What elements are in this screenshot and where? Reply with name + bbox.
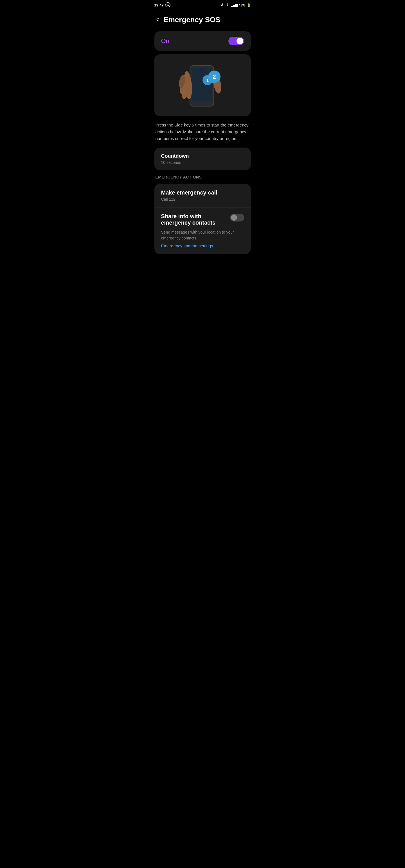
- bluetooth-icon: [220, 3, 224, 8]
- status-right: ▂▄▆ 43% 🔋: [220, 3, 251, 8]
- share-info-title: Share info with emergency contacts: [161, 213, 226, 226]
- countdown-title: Countdown: [161, 153, 244, 159]
- signal-bars: ▂▄▆: [231, 3, 238, 7]
- svg-text:2: 2: [213, 74, 216, 80]
- wifi-icon: [225, 3, 230, 8]
- share-info-item: Share info with emergency contacts Send …: [154, 207, 251, 254]
- whatsapp-icon: [165, 2, 170, 8]
- emergency-actions-label: Emergency actions: [154, 174, 251, 181]
- share-info-header: Share info with emergency contacts: [161, 213, 244, 227]
- header: < Emergency SOS: [150, 10, 255, 31]
- status-left: 19:47: [154, 2, 170, 8]
- share-info-title-block: Share info with emergency contacts: [161, 213, 226, 227]
- description-text: Press the Side key 5 times to start the …: [154, 120, 251, 144]
- time: 19:47: [154, 3, 164, 7]
- svg-rect-1: [192, 68, 212, 102]
- battery-icon: 🔋: [247, 3, 251, 7]
- toggle-thumb: [236, 38, 243, 44]
- phone-illustration: 1 2: [174, 60, 231, 111]
- emergency-actions-card: Make emergency call Call 112 Share info …: [154, 184, 251, 254]
- share-toggle-thumb: [231, 214, 237, 221]
- svg-text:1: 1: [206, 78, 209, 83]
- emergency-contacts-link[interactable]: emergency contacts: [161, 236, 196, 240]
- share-description: Send messages with your location to your…: [161, 229, 244, 241]
- sos-toggle-card: On: [154, 31, 251, 51]
- make-call-subtitle: Call 112: [161, 197, 244, 202]
- make-emergency-call-item[interactable]: Make emergency call Call 112: [154, 184, 251, 207]
- illustration-card: 1 2: [154, 54, 251, 116]
- toggle-label: On: [161, 37, 169, 45]
- countdown-value: 10 seconds: [161, 160, 244, 165]
- battery-percentage: 43%: [238, 3, 245, 7]
- back-button[interactable]: <: [154, 15, 160, 25]
- page-title: Emergency SOS: [164, 16, 220, 24]
- sos-toggle[interactable]: [228, 37, 244, 45]
- countdown-card[interactable]: Countdown 10 seconds: [154, 148, 251, 170]
- make-call-title: Make emergency call: [161, 189, 244, 196]
- svg-point-2: [201, 69, 202, 70]
- status-bar: 19:47 ▂▄▆ 43% 🔋: [150, 0, 255, 10]
- main-content: On: [150, 31, 255, 254]
- emergency-sharing-settings-link[interactable]: Emergency sharing settings: [161, 243, 213, 248]
- share-info-toggle[interactable]: [230, 214, 244, 221]
